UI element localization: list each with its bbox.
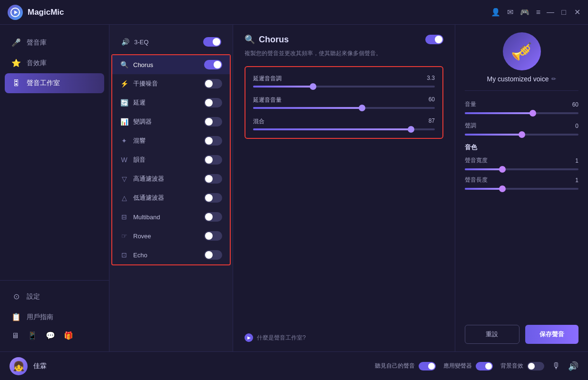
effect-item-rovee[interactable]: ☞ Rovee bbox=[112, 226, 230, 245]
effect-rovee-label: Rovee bbox=[133, 233, 151, 240]
pitch-thumb[interactable] bbox=[519, 131, 525, 138]
chorus-toggle[interactable] bbox=[204, 60, 222, 69]
detail-title: 🔍 Chorus bbox=[245, 34, 289, 45]
effect-eq3-label: 3-EQ bbox=[134, 39, 148, 46]
sidebar-item-effects-library[interactable]: ⭐ 音效庫 bbox=[0, 53, 109, 73]
eq3-icon: 🔊 bbox=[121, 38, 129, 46]
minimize-button[interactable]: — bbox=[547, 9, 554, 16]
listen-self-toggle[interactable] bbox=[419, 362, 436, 370]
mixer-toggle[interactable] bbox=[204, 136, 222, 146]
message-icon[interactable]: 💬 bbox=[46, 331, 55, 340]
volume-track[interactable] bbox=[465, 112, 578, 114]
highpass-toggle[interactable] bbox=[204, 174, 222, 184]
volume-value: 60 bbox=[572, 101, 578, 108]
slider-mix-thumb[interactable] bbox=[408, 126, 414, 133]
menu-icon[interactable]: ≡ bbox=[536, 8, 540, 17]
mic-button[interactable]: 🎙 bbox=[552, 361, 560, 371]
param-pitch-section: 聲調 0 bbox=[465, 122, 578, 136]
effect-item-modulator[interactable]: 📊 變調器 bbox=[112, 112, 230, 131]
slider-delay-vol-thumb[interactable] bbox=[359, 105, 365, 111]
slider-delay-vol-label: 延遲音音量 bbox=[253, 96, 282, 104]
eq3-toggle[interactable] bbox=[203, 37, 221, 47]
effect-highpass-label: 高通濾波器 bbox=[133, 175, 164, 183]
slider-mix: 混合 87 bbox=[253, 117, 435, 130]
edit-icon[interactable]: ✏ bbox=[551, 76, 556, 82]
pitch-fill bbox=[465, 134, 522, 136]
effect-item-highpass[interactable]: ▽ 高通濾波器 bbox=[112, 169, 230, 188]
effect-item-eq3[interactable]: 🔊 3-EQ bbox=[113, 32, 229, 51]
reset-button[interactable]: 重設 bbox=[465, 325, 519, 344]
delay-toggle[interactable] bbox=[204, 98, 222, 107]
apply-changer-toggle[interactable] bbox=[476, 362, 493, 370]
length-track[interactable] bbox=[465, 188, 578, 190]
width-track[interactable] bbox=[465, 168, 578, 170]
phone-icon[interactable]: 📱 bbox=[28, 331, 37, 340]
screenshot-icon[interactable]: 🖥 bbox=[11, 331, 19, 340]
slider-delay-tune-label: 延遲音音調 bbox=[253, 75, 282, 83]
voice-avatar-emoji: 🎺 bbox=[511, 41, 532, 61]
sidebar: 🎤 聲音庫 ⭐ 音效庫 🎛 聲音工作室 ⊙ 設定 📋 用戶指南 🖥 📱 💬 bbox=[0, 25, 109, 351]
slider-mix-labels: 混合 87 bbox=[253, 117, 435, 126]
modulator-toggle[interactable] bbox=[204, 117, 222, 127]
length-thumb[interactable] bbox=[499, 185, 506, 192]
slider-mix-fill bbox=[253, 128, 411, 130]
bottom-bar: 👧 佳霖 聽見自己的聲音 應用變聲器 背景音效 🎙 🔊 bbox=[0, 351, 588, 380]
effect-item-delay[interactable]: 🔄 延遲 bbox=[112, 93, 230, 112]
slider-delay-vol-track[interactable] bbox=[253, 107, 435, 109]
effect-item-lowpass[interactable]: △ 低通濾波器 bbox=[112, 188, 230, 207]
rovee-toggle[interactable] bbox=[204, 231, 222, 241]
effect-item-chorus[interactable]: 🔍 Chorus bbox=[112, 55, 230, 74]
effect-eq3-row: 🔊 3-EQ bbox=[113, 31, 229, 52]
volume-thumb[interactable] bbox=[529, 110, 536, 117]
mail-icon[interactable]: ✉ bbox=[507, 8, 513, 17]
apply-changer-label: 應用變聲器 bbox=[443, 362, 472, 370]
echo-toggle[interactable] bbox=[204, 250, 222, 260]
effect-resonance-label: 韻音 bbox=[133, 156, 146, 164]
width-thumb[interactable] bbox=[499, 166, 506, 173]
effect-item-resonance[interactable]: W 韻音 bbox=[112, 150, 230, 169]
param-volume-section: 音量 60 bbox=[465, 100, 578, 114]
slider-delay-tune-track[interactable] bbox=[253, 86, 435, 88]
slider-delay-tune-thumb[interactable] bbox=[310, 83, 316, 90]
effect-item-multiband[interactable]: ⊟ Multiband bbox=[112, 207, 230, 226]
sidebar-item-sound-library[interactable]: 🎤 聲音庫 bbox=[0, 32, 109, 53]
close-button[interactable]: ✕ bbox=[574, 9, 580, 16]
titlebar-right: 👤 ✉ 🎮 ≡ — □ ✕ bbox=[491, 8, 580, 17]
user-avatar: 👧 bbox=[10, 357, 28, 375]
bg-sound-toggle[interactable] bbox=[527, 362, 544, 370]
play-icon[interactable]: ▶ bbox=[245, 333, 253, 342]
sidebar-item-sound-studio[interactable]: 🎛 聲音工作室 bbox=[5, 73, 104, 93]
volume-button[interactable]: 🔊 bbox=[568, 361, 578, 371]
pitch-track[interactable] bbox=[465, 134, 578, 136]
user-icon[interactable]: 👤 bbox=[491, 8, 500, 17]
slider-mix-track[interactable] bbox=[253, 128, 435, 130]
detail-title-icon: 🔍 bbox=[245, 34, 255, 45]
save-button[interactable]: 保存聲音 bbox=[525, 325, 579, 344]
noise-toggle[interactable] bbox=[204, 79, 222, 88]
timbre-section: 音色 聲音寬度 1 聲音長度 1 bbox=[465, 143, 578, 190]
effect-item-noise[interactable]: ⚡ 干擾噪音 bbox=[112, 74, 230, 93]
param-volume-row: 音量 60 bbox=[465, 100, 578, 108]
pitch-value: 0 bbox=[575, 123, 578, 129]
slider-mix-value: 87 bbox=[429, 117, 435, 126]
gift-icon[interactable]: 🎁 bbox=[64, 331, 73, 340]
effect-item-mixer[interactable]: ✦ 混響 bbox=[112, 131, 230, 150]
discord-icon[interactable]: 🎮 bbox=[520, 8, 529, 17]
volume-fill bbox=[465, 112, 533, 114]
width-fill bbox=[465, 168, 502, 170]
effect-item-echo[interactable]: ⊡ Echo bbox=[112, 245, 230, 264]
effect-noise-left: ⚡ 干擾噪音 bbox=[120, 79, 158, 88]
highpass-icon: ▽ bbox=[120, 175, 128, 183]
studio-help-link[interactable]: 什麼是聲音工作室? bbox=[257, 334, 306, 342]
detail-effect-toggle[interactable] bbox=[425, 35, 443, 44]
slider-mix-label: 混合 bbox=[253, 117, 265, 126]
slider-delay-tune-fill bbox=[253, 86, 313, 88]
maximize-button[interactable]: □ bbox=[560, 9, 567, 16]
resonance-toggle[interactable] bbox=[204, 155, 222, 165]
length-fill bbox=[465, 188, 502, 190]
sidebar-item-settings[interactable]: ⊙ 設定 bbox=[0, 286, 109, 307]
multiband-toggle[interactable] bbox=[204, 212, 222, 222]
lowpass-toggle[interactable] bbox=[204, 193, 222, 203]
effect-lowpass-left: △ 低通濾波器 bbox=[120, 194, 164, 202]
sidebar-item-user-guide[interactable]: 📋 用戶指南 bbox=[0, 307, 109, 327]
